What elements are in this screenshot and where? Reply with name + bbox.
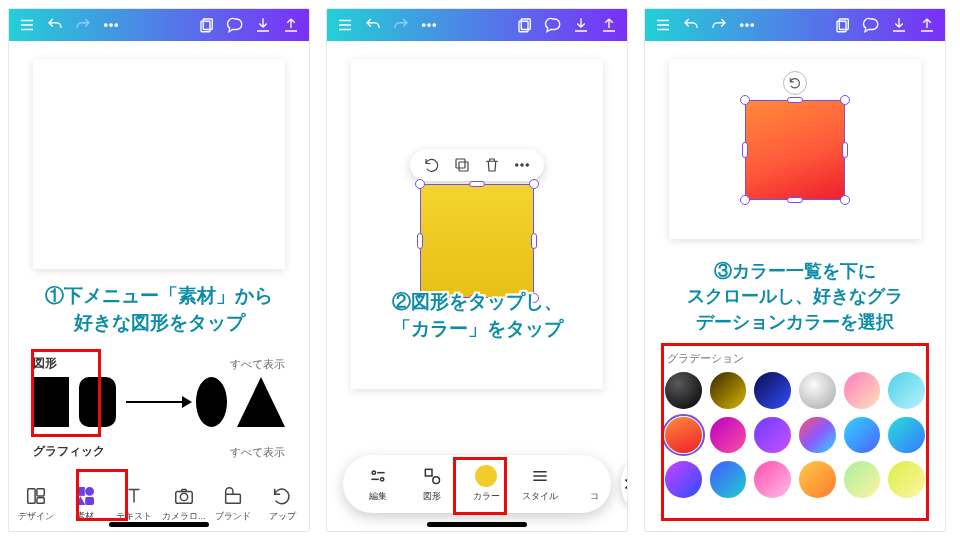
share-icon[interactable]	[915, 13, 939, 37]
comment-icon[interactable]	[223, 13, 247, 37]
share-icon[interactable]	[597, 13, 621, 37]
tab-edit[interactable]: 編集	[351, 465, 405, 503]
gradient-swatch[interactable]	[665, 461, 702, 498]
home-indicator	[427, 522, 527, 527]
instruction-text: ①下メニュー「素材」から 好きな図形をタップ	[9, 283, 309, 337]
redo-icon[interactable]	[707, 13, 731, 37]
selected-shape[interactable]	[746, 101, 844, 199]
gradient-swatch[interactable]	[799, 417, 836, 454]
resize-handle[interactable]	[740, 95, 750, 105]
gradient-swatch[interactable]	[844, 417, 881, 454]
svg-point-12	[180, 493, 187, 500]
svg-point-23	[526, 164, 528, 166]
layers-icon[interactable]	[513, 13, 537, 37]
shape-circle[interactable]	[196, 377, 227, 427]
download-icon[interactable]	[569, 13, 593, 37]
close-button[interactable]	[621, 464, 628, 504]
resize-handle[interactable]	[469, 295, 485, 301]
rotate-handle[interactable]	[783, 71, 807, 95]
delete-icon[interactable]	[482, 155, 502, 175]
home-indicator	[109, 522, 209, 527]
redo-icon[interactable]	[389, 13, 413, 37]
gradient-swatch[interactable]	[888, 372, 925, 409]
tab-design[interactable]: デザイン	[11, 483, 60, 525]
tab-elements[interactable]: 素材	[60, 483, 109, 525]
redo-icon[interactable]	[71, 13, 95, 37]
resize-handle[interactable]	[415, 293, 425, 303]
resize-handle[interactable]	[787, 197, 803, 203]
rotate-icon[interactable]	[422, 155, 442, 175]
gradient-swatch[interactable]	[665, 372, 702, 409]
more-icon[interactable]	[512, 155, 532, 175]
tab-camera[interactable]: カメラロ...	[159, 483, 208, 525]
tab-brand[interactable]: ブランド	[208, 483, 257, 525]
tab-apps[interactable]: アップ	[258, 483, 307, 525]
gradient-swatch[interactable]	[844, 461, 881, 498]
comment-icon[interactable]	[859, 13, 883, 37]
edit-icon	[367, 465, 389, 487]
shapes-row	[33, 373, 285, 431]
duplicate-icon[interactable]	[452, 155, 472, 175]
more-icon[interactable]	[417, 13, 441, 37]
resize-handle[interactable]	[531, 233, 537, 249]
download-icon[interactable]	[887, 13, 911, 37]
resize-handle[interactable]	[787, 97, 803, 103]
gradient-swatch[interactable]	[799, 461, 836, 498]
copy-icon	[583, 465, 605, 487]
shapes-viewall[interactable]: すべて表示	[230, 357, 285, 372]
shape-square[interactable]	[33, 377, 69, 427]
gradient-swatch[interactable]	[710, 417, 747, 454]
tab-style[interactable]: スタイル	[513, 465, 567, 503]
resize-handle[interactable]	[742, 142, 748, 158]
design-canvas[interactable]	[33, 59, 285, 269]
svg-point-15	[428, 24, 430, 26]
resize-handle[interactable]	[529, 179, 539, 189]
gradient-swatch[interactable]	[844, 372, 881, 409]
tab-color[interactable]: カラー	[459, 465, 513, 503]
selected-shape[interactable]	[421, 185, 533, 297]
resize-handle[interactable]	[840, 195, 850, 205]
gradient-swatch[interactable]	[665, 417, 702, 454]
shape-arrow-line[interactable]	[126, 401, 186, 403]
gradient-swatch[interactable]	[799, 372, 836, 409]
menu-icon[interactable]	[15, 13, 39, 37]
gradient-swatch[interactable]	[754, 461, 791, 498]
tab-text[interactable]: テキスト	[110, 483, 159, 525]
undo-icon[interactable]	[43, 13, 67, 37]
gradient-swatch[interactable]	[888, 461, 925, 498]
menu-icon[interactable]	[651, 13, 675, 37]
tab-shapes[interactable]: 図形	[405, 465, 459, 503]
resize-handle[interactable]	[842, 142, 848, 158]
gradient-swatch[interactable]	[754, 372, 791, 409]
shape-rounded-square[interactable]	[79, 377, 115, 427]
tab-copy[interactable]: コ	[567, 465, 621, 503]
svg-rect-10	[86, 498, 93, 504]
gradient-swatch[interactable]	[754, 417, 791, 454]
undo-icon[interactable]	[679, 13, 703, 37]
undo-icon[interactable]	[361, 13, 385, 37]
design-icon	[25, 485, 47, 507]
resize-handle[interactable]	[415, 179, 425, 189]
layers-icon[interactable]	[831, 13, 855, 37]
download-icon[interactable]	[251, 13, 275, 37]
tab-label: 素材	[76, 510, 94, 523]
resize-handle[interactable]	[417, 233, 423, 249]
svg-rect-5	[27, 489, 34, 504]
menu-icon[interactable]	[333, 13, 357, 37]
graphics-viewall[interactable]: すべて表示	[230, 445, 285, 460]
resize-handle[interactable]	[840, 95, 850, 105]
layers-icon[interactable]	[195, 13, 219, 37]
shape-triangle[interactable]	[237, 377, 285, 427]
tab-label: スタイル	[522, 490, 558, 503]
resize-handle[interactable]	[529, 293, 539, 303]
resize-handle[interactable]	[469, 181, 485, 187]
more-icon[interactable]	[99, 13, 123, 37]
comment-icon[interactable]	[541, 13, 565, 37]
resize-handle[interactable]	[740, 195, 750, 205]
gradient-swatch[interactable]	[710, 372, 747, 409]
share-icon[interactable]	[279, 13, 303, 37]
brand-icon	[222, 485, 244, 507]
gradient-swatch[interactable]	[710, 461, 747, 498]
more-icon[interactable]	[735, 13, 759, 37]
gradient-swatch[interactable]	[888, 417, 925, 454]
